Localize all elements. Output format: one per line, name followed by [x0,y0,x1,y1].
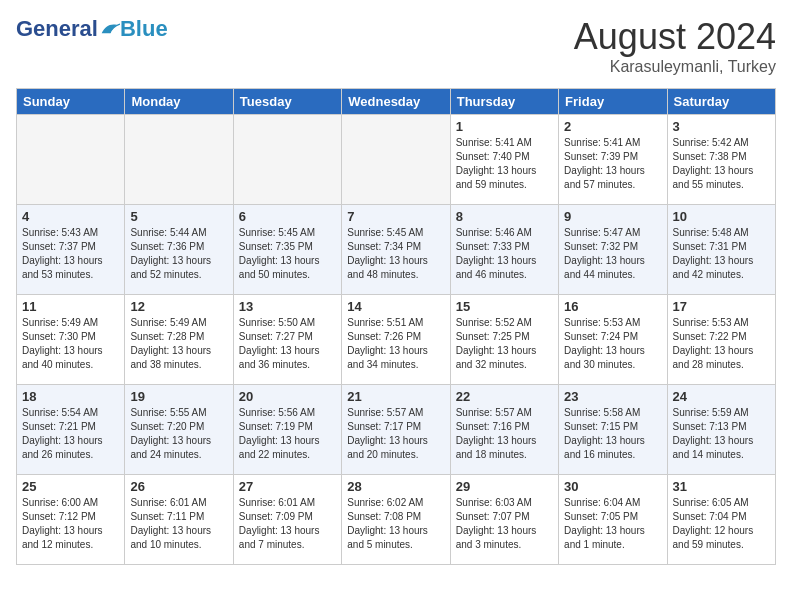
day-info: Sunrise: 5:57 AM Sunset: 7:17 PM Dayligh… [347,406,444,462]
day-info: Sunrise: 5:41 AM Sunset: 7:39 PM Dayligh… [564,136,661,192]
calendar-cell [342,115,450,205]
day-number: 22 [456,389,553,404]
header-monday: Monday [125,89,233,115]
logo-text: General Blue [16,16,168,42]
calendar-cell: 27Sunrise: 6:01 AM Sunset: 7:09 PM Dayli… [233,475,341,565]
day-number: 5 [130,209,227,224]
calendar-cell: 25Sunrise: 6:00 AM Sunset: 7:12 PM Dayli… [17,475,125,565]
day-number: 11 [22,299,119,314]
header-wednesday: Wednesday [342,89,450,115]
calendar-cell: 24Sunrise: 5:59 AM Sunset: 7:13 PM Dayli… [667,385,775,475]
calendar-cell: 19Sunrise: 5:55 AM Sunset: 7:20 PM Dayli… [125,385,233,475]
day-info: Sunrise: 5:51 AM Sunset: 7:26 PM Dayligh… [347,316,444,372]
day-info: Sunrise: 6:02 AM Sunset: 7:08 PM Dayligh… [347,496,444,552]
header-friday: Friday [559,89,667,115]
title-section: August 2024 Karasuleymanli, Turkey [574,16,776,76]
day-info: Sunrise: 5:48 AM Sunset: 7:31 PM Dayligh… [673,226,770,282]
day-info: Sunrise: 5:49 AM Sunset: 7:28 PM Dayligh… [130,316,227,372]
day-number: 13 [239,299,336,314]
day-number: 27 [239,479,336,494]
day-number: 31 [673,479,770,494]
calendar-cell: 16Sunrise: 5:53 AM Sunset: 7:24 PM Dayli… [559,295,667,385]
calendar-cell: 8Sunrise: 5:46 AM Sunset: 7:33 PM Daylig… [450,205,558,295]
day-info: Sunrise: 5:53 AM Sunset: 7:22 PM Dayligh… [673,316,770,372]
week-row-5: 25Sunrise: 6:00 AM Sunset: 7:12 PM Dayli… [17,475,776,565]
day-number: 4 [22,209,119,224]
calendar-cell [125,115,233,205]
day-info: Sunrise: 5:54 AM Sunset: 7:21 PM Dayligh… [22,406,119,462]
calendar-cell: 31Sunrise: 6:05 AM Sunset: 7:04 PM Dayli… [667,475,775,565]
day-info: Sunrise: 5:41 AM Sunset: 7:40 PM Dayligh… [456,136,553,192]
day-number: 24 [673,389,770,404]
day-info: Sunrise: 5:47 AM Sunset: 7:32 PM Dayligh… [564,226,661,282]
calendar-cell: 1Sunrise: 5:41 AM Sunset: 7:40 PM Daylig… [450,115,558,205]
calendar-table: SundayMondayTuesdayWednesdayThursdayFrid… [16,88,776,565]
header-thursday: Thursday [450,89,558,115]
day-info: Sunrise: 5:59 AM Sunset: 7:13 PM Dayligh… [673,406,770,462]
calendar-cell: 15Sunrise: 5:52 AM Sunset: 7:25 PM Dayli… [450,295,558,385]
calendar-cell: 20Sunrise: 5:56 AM Sunset: 7:19 PM Dayli… [233,385,341,475]
logo-bird-icon [100,21,120,37]
day-number: 28 [347,479,444,494]
week-row-3: 11Sunrise: 5:49 AM Sunset: 7:30 PM Dayli… [17,295,776,385]
day-info: Sunrise: 5:44 AM Sunset: 7:36 PM Dayligh… [130,226,227,282]
header-tuesday: Tuesday [233,89,341,115]
logo-general: General [16,16,98,42]
day-info: Sunrise: 5:50 AM Sunset: 7:27 PM Dayligh… [239,316,336,372]
calendar-cell: 21Sunrise: 5:57 AM Sunset: 7:17 PM Dayli… [342,385,450,475]
calendar-cell: 3Sunrise: 5:42 AM Sunset: 7:38 PM Daylig… [667,115,775,205]
calendar-cell: 30Sunrise: 6:04 AM Sunset: 7:05 PM Dayli… [559,475,667,565]
calendar-cell: 9Sunrise: 5:47 AM Sunset: 7:32 PM Daylig… [559,205,667,295]
page-header: General Blue August 2024 Karasuleymanli,… [16,16,776,76]
calendar-cell: 18Sunrise: 5:54 AM Sunset: 7:21 PM Dayli… [17,385,125,475]
day-number: 14 [347,299,444,314]
day-info: Sunrise: 6:01 AM Sunset: 7:11 PM Dayligh… [130,496,227,552]
day-info: Sunrise: 5:45 AM Sunset: 7:34 PM Dayligh… [347,226,444,282]
day-number: 19 [130,389,227,404]
day-info: Sunrise: 5:58 AM Sunset: 7:15 PM Dayligh… [564,406,661,462]
calendar-cell: 13Sunrise: 5:50 AM Sunset: 7:27 PM Dayli… [233,295,341,385]
day-number: 3 [673,119,770,134]
day-info: Sunrise: 6:04 AM Sunset: 7:05 PM Dayligh… [564,496,661,552]
day-info: Sunrise: 5:55 AM Sunset: 7:20 PM Dayligh… [130,406,227,462]
day-number: 23 [564,389,661,404]
calendar-cell: 29Sunrise: 6:03 AM Sunset: 7:07 PM Dayli… [450,475,558,565]
week-row-1: 1Sunrise: 5:41 AM Sunset: 7:40 PM Daylig… [17,115,776,205]
day-info: Sunrise: 6:03 AM Sunset: 7:07 PM Dayligh… [456,496,553,552]
day-number: 21 [347,389,444,404]
day-number: 17 [673,299,770,314]
day-number: 1 [456,119,553,134]
calendar-cell: 17Sunrise: 5:53 AM Sunset: 7:22 PM Dayli… [667,295,775,385]
day-number: 16 [564,299,661,314]
day-info: Sunrise: 6:01 AM Sunset: 7:09 PM Dayligh… [239,496,336,552]
week-row-2: 4Sunrise: 5:43 AM Sunset: 7:37 PM Daylig… [17,205,776,295]
day-info: Sunrise: 6:00 AM Sunset: 7:12 PM Dayligh… [22,496,119,552]
day-number: 26 [130,479,227,494]
calendar-cell: 4Sunrise: 5:43 AM Sunset: 7:37 PM Daylig… [17,205,125,295]
calendar-cell: 26Sunrise: 6:01 AM Sunset: 7:11 PM Dayli… [125,475,233,565]
calendar-cell: 14Sunrise: 5:51 AM Sunset: 7:26 PM Dayli… [342,295,450,385]
calendar-header-row: SundayMondayTuesdayWednesdayThursdayFrid… [17,89,776,115]
day-number: 9 [564,209,661,224]
day-number: 10 [673,209,770,224]
day-number: 15 [456,299,553,314]
day-info: Sunrise: 5:56 AM Sunset: 7:19 PM Dayligh… [239,406,336,462]
calendar-cell: 11Sunrise: 5:49 AM Sunset: 7:30 PM Dayli… [17,295,125,385]
day-info: Sunrise: 5:53 AM Sunset: 7:24 PM Dayligh… [564,316,661,372]
day-info: Sunrise: 5:42 AM Sunset: 7:38 PM Dayligh… [673,136,770,192]
day-number: 2 [564,119,661,134]
day-number: 29 [456,479,553,494]
day-number: 30 [564,479,661,494]
calendar-cell: 28Sunrise: 6:02 AM Sunset: 7:08 PM Dayli… [342,475,450,565]
calendar-cell: 5Sunrise: 5:44 AM Sunset: 7:36 PM Daylig… [125,205,233,295]
calendar-cell: 10Sunrise: 5:48 AM Sunset: 7:31 PM Dayli… [667,205,775,295]
day-number: 6 [239,209,336,224]
calendar-cell: 7Sunrise: 5:45 AM Sunset: 7:34 PM Daylig… [342,205,450,295]
day-number: 7 [347,209,444,224]
day-number: 8 [456,209,553,224]
day-number: 25 [22,479,119,494]
calendar-cell [233,115,341,205]
calendar-cell: 23Sunrise: 5:58 AM Sunset: 7:15 PM Dayli… [559,385,667,475]
calendar-cell: 6Sunrise: 5:45 AM Sunset: 7:35 PM Daylig… [233,205,341,295]
header-saturday: Saturday [667,89,775,115]
